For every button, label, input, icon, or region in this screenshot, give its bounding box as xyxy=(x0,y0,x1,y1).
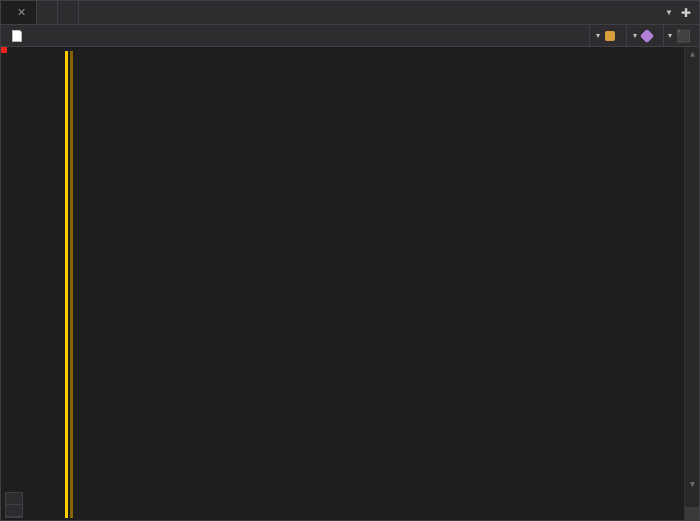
method-icon xyxy=(640,28,654,42)
saved-indicator xyxy=(70,51,73,518)
modified-indicator xyxy=(65,51,68,518)
navigation-bar: ▾ ▾ ▾ ⬛ xyxy=(1,25,699,47)
line-number-gutter xyxy=(19,47,65,521)
file-tab[interactable]: ✕ xyxy=(1,1,37,24)
file-tab[interactable] xyxy=(58,1,79,24)
outline-margin xyxy=(65,47,83,521)
outline-toggle[interactable] xyxy=(5,492,23,518)
tab-bar: ✕ ▼ ✚ xyxy=(1,1,699,25)
code-area[interactable] xyxy=(83,47,699,521)
project-icon xyxy=(12,30,22,42)
tab-overflow-button[interactable]: ▼ xyxy=(665,8,673,17)
type-selector[interactable]: ▾ xyxy=(589,25,626,46)
member-selector[interactable]: ▾ xyxy=(626,25,663,46)
chevron-down-icon: ▾ xyxy=(596,31,600,40)
chevron-down-icon: ▾ xyxy=(633,31,637,40)
split-handle[interactable] xyxy=(685,507,700,521)
scroll-down-icon[interactable]: ▼ xyxy=(685,477,700,492)
vertical-scrollbar[interactable]: ▲ ▼ xyxy=(684,47,699,521)
scope-selector[interactable] xyxy=(5,25,33,46)
split-pane-button[interactable]: ▾ ⬛ xyxy=(663,25,695,46)
class-icon xyxy=(605,31,615,41)
glyph-margin xyxy=(1,47,19,521)
promote-tab-button[interactable]: ✚ xyxy=(681,6,691,20)
scroll-up-icon[interactable]: ▲ xyxy=(685,47,700,62)
close-icon[interactable]: ✕ xyxy=(17,6,26,19)
file-tab[interactable] xyxy=(37,1,58,24)
code-editor[interactable]: ▲ ▼ xyxy=(1,47,699,521)
split-icon: ⬛ xyxy=(676,29,691,43)
